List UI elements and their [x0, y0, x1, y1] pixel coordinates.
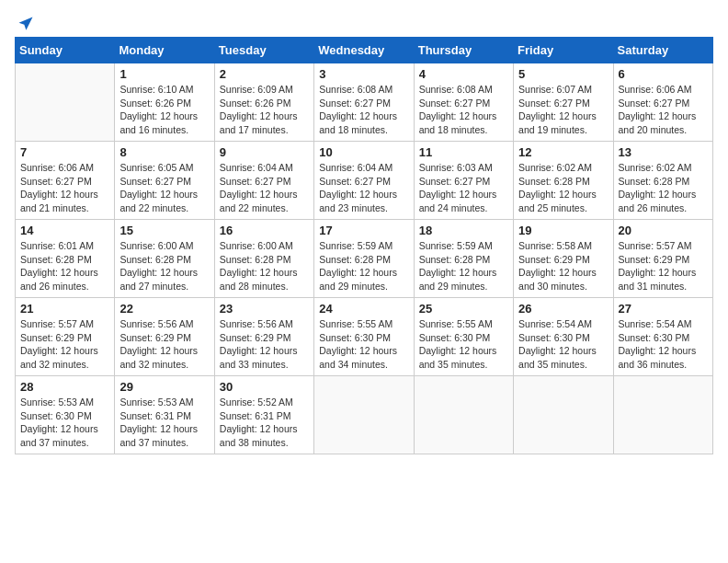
- calendar-cell: 28Sunrise: 5:53 AMSunset: 6:30 PMDayligh…: [16, 376, 115, 454]
- day-info: Sunrise: 6:04 AMSunset: 6:27 PMDaylight:…: [319, 161, 408, 215]
- calendar-cell: 30Sunrise: 5:52 AMSunset: 6:31 PMDayligh…: [214, 376, 313, 454]
- day-number: 16: [220, 224, 309, 237]
- day-number: 2: [220, 67, 309, 81]
- calendar-week-row: 28Sunrise: 5:53 AMSunset: 6:30 PMDayligh…: [16, 376, 713, 454]
- calendar-cell: 13Sunrise: 6:02 AMSunset: 6:28 PMDayligh…: [613, 142, 712, 220]
- day-info: Sunrise: 5:54 AMSunset: 6:30 PMDaylight:…: [518, 317, 608, 372]
- day-number: 28: [20, 380, 109, 394]
- calendar-cell: 15Sunrise: 6:00 AMSunset: 6:28 PMDayligh…: [115, 220, 214, 298]
- day-info: Sunrise: 6:04 AMSunset: 6:27 PMDaylight:…: [220, 161, 309, 215]
- day-info: Sunrise: 6:00 AMSunset: 6:28 PMDaylight:…: [220, 239, 309, 293]
- calendar-cell: 12Sunrise: 6:02 AMSunset: 6:28 PMDayligh…: [514, 142, 613, 220]
- day-info: Sunrise: 6:05 AMSunset: 6:27 PMDaylight:…: [119, 161, 209, 215]
- day-info: Sunrise: 6:03 AMSunset: 6:27 PMDaylight:…: [419, 161, 508, 215]
- day-number: 24: [319, 302, 408, 316]
- calendar-cell: 27Sunrise: 5:54 AMSunset: 6:30 PMDayligh…: [613, 298, 712, 376]
- day-number: 23: [220, 302, 309, 316]
- calendar-week-row: 7Sunrise: 6:06 AMSunset: 6:27 PMDaylight…: [16, 142, 713, 220]
- day-number: 30: [220, 380, 309, 394]
- calendar-cell: [613, 376, 712, 454]
- calendar-cell: 8Sunrise: 6:05 AMSunset: 6:27 PMDaylight…: [115, 142, 214, 220]
- day-number: 17: [319, 224, 408, 237]
- day-info: Sunrise: 5:56 AMSunset: 6:29 PMDaylight:…: [119, 317, 209, 372]
- weekday-header: Tuesday: [214, 38, 313, 63]
- day-info: Sunrise: 6:08 AMSunset: 6:27 PMDaylight:…: [419, 83, 508, 137]
- calendar-header-row: SundayMondayTuesdayWednesdayThursdayFrid…: [16, 38, 713, 63]
- calendar-cell: [16, 63, 115, 142]
- calendar-cell: 21Sunrise: 5:57 AMSunset: 6:29 PMDayligh…: [16, 298, 115, 376]
- calendar-cell: 16Sunrise: 6:00 AMSunset: 6:28 PMDayligh…: [214, 220, 313, 298]
- calendar-cell: 18Sunrise: 5:59 AMSunset: 6:28 PMDayligh…: [414, 220, 513, 298]
- day-info: Sunrise: 6:07 AMSunset: 6:27 PMDaylight:…: [518, 83, 608, 137]
- day-info: Sunrise: 6:06 AMSunset: 6:27 PMDaylight:…: [619, 83, 708, 137]
- day-info: Sunrise: 5:58 AMSunset: 6:29 PMDaylight:…: [518, 239, 608, 293]
- day-number: 12: [518, 145, 608, 159]
- day-number: 1: [119, 67, 209, 81]
- calendar-cell: 20Sunrise: 5:57 AMSunset: 6:29 PMDayligh…: [613, 220, 712, 298]
- day-info: Sunrise: 5:56 AMSunset: 6:29 PMDaylight:…: [220, 317, 309, 372]
- calendar-week-row: 14Sunrise: 6:01 AMSunset: 6:28 PMDayligh…: [16, 220, 713, 298]
- day-number: 22: [119, 302, 209, 316]
- calendar-week-row: 21Sunrise: 5:57 AMSunset: 6:29 PMDayligh…: [16, 298, 713, 376]
- day-info: Sunrise: 5:53 AMSunset: 6:30 PMDaylight:…: [20, 396, 109, 450]
- day-info: Sunrise: 6:02 AMSunset: 6:28 PMDaylight:…: [518, 161, 608, 215]
- calendar-cell: 11Sunrise: 6:03 AMSunset: 6:27 PMDayligh…: [414, 142, 513, 220]
- day-number: 27: [619, 302, 708, 316]
- day-number: 10: [319, 145, 408, 159]
- calendar-cell: 25Sunrise: 5:55 AMSunset: 6:30 PMDayligh…: [414, 298, 513, 376]
- day-number: 18: [419, 224, 508, 237]
- day-info: Sunrise: 5:57 AMSunset: 6:29 PMDaylight:…: [619, 239, 708, 293]
- calendar-cell: [514, 376, 613, 454]
- day-number: 21: [20, 302, 109, 316]
- day-number: 6: [619, 67, 708, 81]
- calendar-table: SundayMondayTuesdayWednesdayThursdayFrid…: [15, 37, 713, 454]
- calendar-cell: 19Sunrise: 5:58 AMSunset: 6:29 PMDayligh…: [514, 220, 613, 298]
- day-number: 8: [119, 145, 209, 159]
- weekday-header: Sunday: [16, 38, 115, 63]
- weekday-header: Friday: [514, 38, 613, 63]
- day-number: 5: [518, 67, 608, 81]
- day-number: 29: [119, 380, 209, 394]
- day-number: 14: [20, 224, 109, 237]
- calendar-cell: 5Sunrise: 6:07 AMSunset: 6:27 PMDaylight…: [514, 63, 613, 142]
- calendar-cell: 1Sunrise: 6:10 AMSunset: 6:26 PMDaylight…: [115, 63, 214, 142]
- calendar-cell: 26Sunrise: 5:54 AMSunset: 6:30 PMDayligh…: [514, 298, 613, 376]
- day-info: Sunrise: 5:59 AMSunset: 6:28 PMDaylight:…: [319, 239, 408, 293]
- day-info: Sunrise: 6:06 AMSunset: 6:27 PMDaylight:…: [20, 161, 109, 215]
- day-info: Sunrise: 5:54 AMSunset: 6:30 PMDaylight:…: [619, 317, 708, 372]
- calendar-cell: 10Sunrise: 6:04 AMSunset: 6:27 PMDayligh…: [314, 142, 414, 220]
- day-number: 9: [220, 145, 309, 159]
- calendar-cell: 9Sunrise: 6:04 AMSunset: 6:27 PMDaylight…: [214, 142, 313, 220]
- day-info: Sunrise: 5:55 AMSunset: 6:30 PMDaylight:…: [319, 317, 408, 372]
- day-number: 13: [619, 145, 708, 159]
- day-info: Sunrise: 5:59 AMSunset: 6:28 PMDaylight:…: [419, 239, 508, 293]
- calendar-cell: 7Sunrise: 6:06 AMSunset: 6:27 PMDaylight…: [16, 142, 115, 220]
- day-number: 25: [419, 302, 508, 316]
- logo: [15, 15, 35, 29]
- day-number: 20: [619, 224, 708, 237]
- day-number: 19: [518, 224, 608, 237]
- day-info: Sunrise: 6:08 AMSunset: 6:27 PMDaylight:…: [319, 83, 408, 137]
- calendar-cell: 29Sunrise: 5:53 AMSunset: 6:31 PMDayligh…: [115, 376, 214, 454]
- calendar-cell: 17Sunrise: 5:59 AMSunset: 6:28 PMDayligh…: [314, 220, 414, 298]
- day-number: 3: [319, 67, 408, 81]
- day-info: Sunrise: 6:00 AMSunset: 6:28 PMDaylight:…: [119, 239, 209, 293]
- day-info: Sunrise: 5:57 AMSunset: 6:29 PMDaylight:…: [20, 317, 109, 372]
- calendar-cell: 23Sunrise: 5:56 AMSunset: 6:29 PMDayligh…: [214, 298, 313, 376]
- day-info: Sunrise: 6:09 AMSunset: 6:26 PMDaylight:…: [220, 83, 309, 137]
- calendar-cell: 22Sunrise: 5:56 AMSunset: 6:29 PMDayligh…: [115, 298, 214, 376]
- weekday-header: Monday: [115, 38, 214, 63]
- calendar-cell: 14Sunrise: 6:01 AMSunset: 6:28 PMDayligh…: [16, 220, 115, 298]
- calendar-cell: 4Sunrise: 6:08 AMSunset: 6:27 PMDaylight…: [414, 63, 513, 142]
- weekday-header: Wednesday: [314, 38, 414, 63]
- day-number: 26: [518, 302, 608, 316]
- calendar-cell: 2Sunrise: 6:09 AMSunset: 6:26 PMDaylight…: [214, 63, 313, 142]
- weekday-header: Saturday: [613, 38, 712, 63]
- day-number: 4: [419, 67, 508, 81]
- day-info: Sunrise: 5:53 AMSunset: 6:31 PMDaylight:…: [119, 396, 209, 450]
- day-number: 7: [20, 145, 109, 159]
- calendar-cell: [414, 376, 513, 454]
- day-info: Sunrise: 5:52 AMSunset: 6:31 PMDaylight:…: [220, 396, 309, 450]
- calendar-cell: 6Sunrise: 6:06 AMSunset: 6:27 PMDaylight…: [613, 63, 712, 142]
- day-info: Sunrise: 6:01 AMSunset: 6:28 PMDaylight:…: [20, 239, 109, 293]
